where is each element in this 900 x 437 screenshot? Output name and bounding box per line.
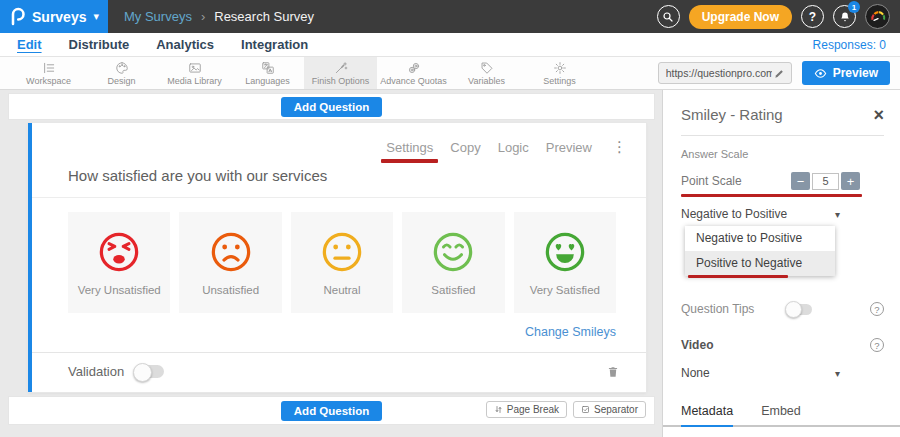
scale-direction-dropdown: Negative to Positive Positive to Negativ… [685, 226, 835, 276]
preview-button[interactable]: Preview [802, 61, 890, 85]
tool-advance-quotas[interactable]: Advance Quotas [377, 57, 450, 89]
question-mark-icon: ? [809, 10, 816, 24]
tab-integration[interactable]: Integration [241, 37, 308, 52]
tab-embed[interactable]: Embed [761, 404, 801, 425]
metadata-embed-tabs: Metadata Embed [663, 396, 900, 427]
question-card-tabs: Settings Copy Logic Preview ⋮ [32, 123, 646, 156]
question-tips-toggle[interactable] [786, 304, 812, 315]
question-tips-row: Question Tips ? [681, 302, 884, 316]
question-card: Settings Copy Logic Preview ⋮ How satisf… [28, 123, 646, 392]
panel-title: Smiley - Rating [681, 106, 783, 123]
panel-header: Smiley - Rating × [681, 106, 884, 123]
smiley-scale: Very Unsatisfied Unsatisfied [32, 198, 646, 313]
very-satisfied-smiley-icon [542, 229, 588, 275]
add-question-button-top[interactable]: Add Question [281, 97, 382, 117]
tab-distribute[interactable]: Distribute [69, 37, 130, 52]
notifications-button[interactable]: 1 [833, 5, 856, 28]
tool-languages[interactable]: Languages [231, 57, 304, 89]
kebab-menu-icon[interactable]: ⋮ [609, 138, 630, 156]
smiley-option-very-unsatisfied[interactable]: Very Unsatisfied [68, 212, 170, 313]
notification-badge: 1 [848, 1, 860, 13]
tool-media-library[interactable]: Media Library [158, 57, 231, 89]
add-question-strip-bottom: Add Question Page Break Separator [8, 396, 655, 425]
smiley-option-neutral[interactable]: Neutral [291, 212, 393, 313]
video-select[interactable]: None ▾ [681, 366, 884, 380]
scale-direction-select[interactable]: Negative to Positive ▾ [681, 207, 884, 221]
card-tab-copy[interactable]: Copy [450, 140, 480, 155]
avatar[interactable] [865, 4, 890, 29]
questionpro-logo [10, 7, 25, 26]
point-scale-stepper: − 5 + [791, 172, 860, 190]
product-menu-label: Surveys [32, 9, 86, 25]
preview-label: Preview [833, 66, 878, 80]
question-title: How satisfied are you with our services [32, 167, 646, 198]
bell-icon [839, 11, 851, 23]
tool-label: Advance Quotas [380, 76, 447, 86]
delete-question-button[interactable] [606, 364, 620, 379]
surveys-product-menu[interactable]: Surveys ▾ [0, 0, 108, 33]
tag-icon [480, 61, 494, 75]
survey-url-input[interactable] [664, 66, 774, 80]
workspace-icon [42, 61, 56, 75]
breadcrumb-current-survey: Research Survey [214, 9, 314, 24]
page-break-icon [494, 405, 503, 414]
tool-label: Variables [468, 76, 505, 86]
upgrade-now-button[interactable]: Upgrade Now [689, 5, 792, 29]
tab-analytics[interactable]: Analytics [156, 37, 214, 52]
responses-count[interactable]: Responses: 0 [813, 38, 886, 52]
validation-row: Validation [32, 353, 646, 392]
palette-icon [115, 61, 129, 75]
add-question-button-bottom[interactable]: Add Question [281, 401, 382, 421]
pencil-icon[interactable] [774, 68, 785, 79]
panel-divider [681, 135, 884, 136]
smiley-label: Very Unsatisfied [78, 284, 161, 296]
answer-scale-label: Answer Scale [681, 148, 884, 160]
magic-wand-icon [334, 61, 348, 75]
help-button[interactable]: ? [801, 5, 824, 28]
survey-url-box [658, 62, 792, 84]
tool-label: Finish Options [312, 76, 370, 86]
tool-design[interactable]: Design [85, 57, 158, 89]
page-break-button[interactable]: Page Break [486, 401, 567, 418]
change-smileys-link[interactable]: Change Smileys [525, 325, 616, 339]
tool-variables[interactable]: Variables [450, 57, 523, 89]
validation-toggle[interactable] [134, 365, 164, 378]
video-help-icon[interactable]: ? [870, 338, 884, 352]
point-scale-row: Point Scale − 5 + [681, 172, 884, 190]
tool-settings[interactable]: Settings [523, 57, 596, 89]
smiley-label: Unsatisfied [202, 284, 259, 296]
eye-icon [814, 67, 827, 80]
tab-metadata[interactable]: Metadata [681, 404, 733, 427]
topbar: Surveys ▾ My Surveys › Research Survey U… [0, 0, 900, 33]
gauge-avatar-icon [869, 8, 887, 26]
tool-workspace[interactable]: Workspace [12, 57, 85, 89]
smiley-option-unsatisfied[interactable]: Unsatisfied [179, 212, 281, 313]
question-settings-panel: Smiley - Rating × Answer Scale Point Sca… [662, 90, 900, 437]
option-positive-to-negative[interactable]: Positive to Negative [685, 251, 835, 276]
add-question-strip-top: Add Question [8, 93, 655, 120]
close-icon[interactable]: × [873, 108, 884, 122]
search-button[interactable] [657, 5, 680, 28]
smiley-option-very-satisfied[interactable]: Very Satisfied [514, 212, 616, 313]
card-tab-preview[interactable]: Preview [546, 140, 592, 155]
point-scale-value[interactable]: 5 [812, 173, 839, 190]
video-label: Video [681, 338, 713, 352]
option-negative-to-positive[interactable]: Negative to Positive [685, 226, 835, 251]
question-tips-help-icon[interactable]: ? [870, 302, 884, 316]
separator-button[interactable]: Separator [573, 401, 646, 418]
breadcrumb-my-surveys[interactable]: My Surveys [124, 9, 192, 24]
smiley-label: Very Satisfied [530, 284, 600, 296]
tool-label: Workspace [26, 76, 71, 86]
tool-finish-options[interactable]: Finish Options [304, 57, 377, 89]
chevron-right-icon: › [201, 9, 205, 24]
tab-edit[interactable]: Edit [17, 37, 42, 52]
increment-button[interactable]: + [841, 172, 860, 190]
video-section-header: Video ? [681, 338, 884, 352]
trash-icon [606, 364, 620, 379]
card-tab-settings[interactable]: Settings [386, 140, 433, 155]
decrement-button[interactable]: − [791, 172, 810, 190]
smiley-option-satisfied[interactable]: Satisfied [402, 212, 504, 313]
card-tab-logic[interactable]: Logic [498, 140, 529, 155]
scale-direction-value: Negative to Positive [681, 207, 787, 221]
neutral-smiley-icon [319, 229, 365, 275]
